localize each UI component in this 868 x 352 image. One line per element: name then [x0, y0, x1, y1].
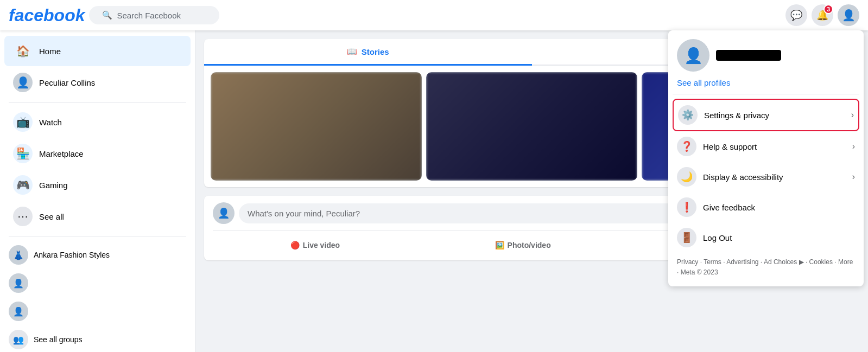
display-label: Display & accessibility — [703, 172, 846, 182]
logout-label: Log Out — [703, 233, 855, 242]
marketplace-icon: 🏪 — [13, 144, 33, 163]
search-bar[interactable]: 🔍 Search Facebook — [89, 6, 219, 24]
story-item-1[interactable] — [211, 72, 422, 181]
group-ankara-avatar: 👗 — [9, 245, 28, 265]
live-icon: 🔴 — [290, 241, 300, 249]
photo-icon: 🖼️ — [495, 241, 504, 249]
user-avatar-icon: 👤 — [13, 73, 33, 92]
footer-advertising-link[interactable]: Advertising — [726, 258, 758, 266]
dropdown-footer: Privacy · Terms · Advertising · Ad Choic… — [673, 253, 859, 282]
sidebar-divider-2 — [9, 236, 186, 236]
live-video-button[interactable]: 🔴 Live video — [282, 236, 349, 254]
group-ankara-item[interactable]: 👗 Ankara Fashion Styles — [4, 241, 191, 269]
see-all-groups-icon: 👥 — [9, 330, 28, 349]
see-all-groups-label: See all groups — [34, 335, 83, 344]
gaming-icon: 🎮 — [13, 175, 33, 195]
settings-privacy-item[interactable]: ⚙️ Settings & privacy › — [673, 99, 859, 131]
display-accessibility-item[interactable]: 🌙 Display & accessibility › — [673, 162, 859, 192]
dropdown-menu: 👤 See all profiles ⚙️ Settings & privacy… — [668, 30, 864, 286]
help-icon: ❓ — [677, 137, 696, 156]
search-placeholder: Search Facebook — [117, 11, 181, 20]
settings-label: Settings & privacy — [704, 111, 845, 120]
feedback-label: Give feedback — [703, 203, 855, 212]
watch-icon: 📺 — [13, 112, 33, 132]
group-item-3-avatar: 👤 — [9, 302, 28, 321]
footer-terms-link[interactable]: Terms — [704, 258, 721, 266]
sidebar-item-marketplace[interactable]: 🏪 Marketplace — [4, 138, 191, 169]
topnav: facebook 🔍 Search Facebook 💬 🔔 3 👤 — [0, 0, 868, 30]
sidebar-item-watch[interactable]: 📺 Watch — [4, 107, 191, 137]
footer-privacy-link[interactable]: Privacy — [677, 258, 698, 266]
live-label: Live video — [303, 241, 340, 249]
sidebar-user-name: Peculiar Collins — [39, 78, 95, 87]
group-item-3[interactable]: 👤 — [4, 297, 191, 325]
feedback-icon: ❗ — [677, 197, 696, 217]
logout-item[interactable]: 🚪 Log Out — [673, 222, 859, 253]
dropdown-profile-row[interactable]: 👤 — [673, 35, 859, 76]
dropdown-divider-1 — [673, 94, 859, 94]
footer-more-link[interactable]: More — [838, 258, 853, 266]
left-sidebar: 🏠 Home 👤 Peculiar Collins 📺 Watch 🏪 Mark… — [0, 30, 195, 352]
sidebar-see-all-label: See all — [39, 212, 64, 221]
help-chevron-icon: › — [852, 142, 855, 151]
group-ankara-name: Ankara Fashion Styles — [34, 251, 110, 259]
sidebar-item-gaming[interactable]: 🎮 Gaming — [4, 170, 191, 200]
sidebar-item-see-all[interactable]: ⋯ See all — [4, 201, 191, 232]
notifications-button[interactable]: 🔔 3 — [812, 4, 833, 26]
grid-icon: ⋯ — [13, 207, 33, 226]
post-avatar: 👤 — [213, 202, 235, 224]
dropdown-profile-avatar: 👤 — [677, 39, 709, 72]
sidebar-watch-label: Watch — [39, 118, 62, 127]
groups-section: 👗 Ankara Fashion Styles 👤 👤 👥 See all gr… — [0, 241, 195, 352]
notifications-badge: 3 — [823, 4, 833, 14]
see-all-groups-item[interactable]: 👥 See all groups — [4, 325, 191, 352]
see-all-profiles-link[interactable]: See all profiles — [673, 76, 859, 89]
home-icon: 🏠 — [13, 41, 33, 61]
story-item-2[interactable] — [426, 72, 637, 181]
messenger-icon: 💬 — [790, 9, 802, 21]
sidebar-item-home[interactable]: 🏠 Home — [4, 36, 191, 66]
logout-icon: 🚪 — [677, 228, 696, 247]
display-icon: 🌙 — [677, 167, 696, 187]
sidebar-item-user[interactable]: 👤 Peculiar Collins — [4, 67, 191, 98]
photo-video-button[interactable]: 🖼️ Photo/video — [486, 236, 560, 254]
help-support-item[interactable]: ❓ Help & support › — [673, 131, 859, 162]
facebook-logo[interactable]: facebook — [9, 5, 85, 25]
help-label: Help & support — [703, 142, 846, 151]
profile-name-redacted — [716, 50, 781, 61]
group-item-2-avatar: 👤 — [9, 273, 28, 293]
tab-stories[interactable]: 📖 Stories — [204, 39, 532, 66]
footer-adchoices-link[interactable]: Ad Choices ▶ — [764, 258, 804, 266]
nav-icons: 💬 🔔 3 👤 — [785, 4, 859, 26]
give-feedback-item[interactable]: ❗ Give feedback — [673, 192, 859, 222]
footer-meta: Meta © 2023 — [681, 268, 718, 276]
search-icon: 🔍 — [102, 10, 112, 20]
avatar-icon: 👤 — [842, 9, 856, 22]
sidebar-divider-1 — [9, 102, 186, 103]
display-chevron-icon: › — [852, 172, 855, 182]
stories-tab-label: Stories — [362, 47, 389, 56]
messenger-button[interactable]: 💬 — [785, 4, 807, 26]
settings-icon: ⚙️ — [678, 105, 698, 125]
group-item-2[interactable]: 👤 — [4, 269, 191, 297]
sidebar-home-label: Home — [39, 47, 61, 56]
photo-label: Photo/video — [508, 241, 551, 249]
sidebar-gaming-label: Gaming — [39, 181, 68, 190]
settings-chevron-icon: › — [851, 110, 854, 120]
profile-menu-button[interactable]: 👤 — [838, 4, 859, 26]
stories-tab-icon: 📖 — [347, 47, 357, 56]
sidebar-marketplace-label: Marketplace — [39, 149, 84, 158]
footer-cookies-link[interactable]: Cookies — [809, 258, 833, 266]
